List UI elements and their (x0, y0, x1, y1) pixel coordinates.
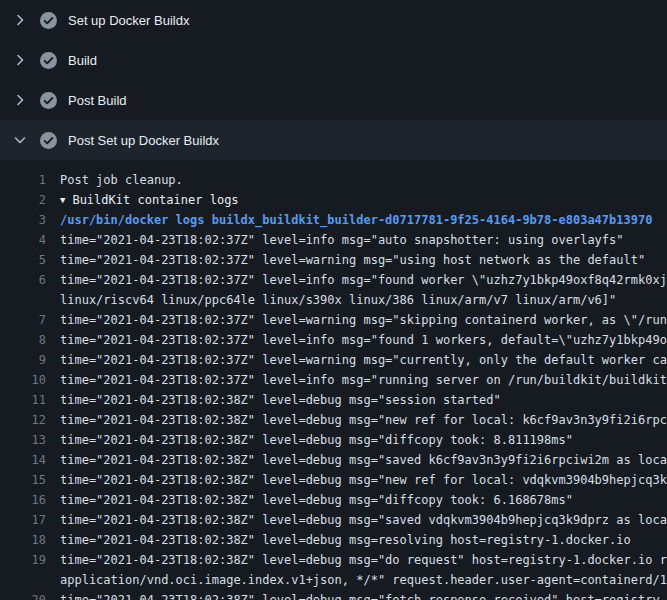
log-line-text: time="2021-04-23T18:02:38Z" level=debug … (46, 450, 667, 470)
step-header-build[interactable]: Build (0, 40, 667, 80)
log-line: 12time="2021-04-23T18:02:38Z" level=debu… (0, 410, 667, 430)
log-line-number[interactable]: 12 (0, 410, 46, 430)
log-line-number[interactable]: 4 (0, 230, 46, 250)
log-line: 19time="2021-04-23T18:02:38Z" level=debu… (0, 550, 667, 570)
step-label: Post Set up Docker Buildx (68, 133, 219, 148)
log-line-text: Post job cleanup. (46, 170, 183, 190)
log-line-number[interactable]: 7 (0, 310, 46, 330)
log-line-number[interactable]: 9 (0, 350, 46, 370)
log-line-text: time="2021-04-23T18:02:38Z" level=debug … (46, 510, 667, 530)
log-line-text: time="2021-04-23T18:02:38Z" level=debug … (46, 430, 573, 450)
log-line-number (0, 290, 46, 310)
log-line: 8time="2021-04-23T18:02:37Z" level=info … (0, 330, 667, 350)
log-line: 6time="2021-04-23T18:02:37Z" level=info … (0, 270, 667, 290)
log-line: 16time="2021-04-23T18:02:38Z" level=debu… (0, 490, 667, 510)
log-line-number[interactable]: 10 (0, 370, 46, 390)
log-line-number[interactable]: 11 (0, 390, 46, 410)
log-line: 1Post job cleanup. (0, 170, 667, 190)
chevron-right-icon (12, 52, 28, 68)
log-line-number[interactable]: 15 (0, 470, 46, 490)
log-line: 9time="2021-04-23T18:02:37Z" level=warni… (0, 350, 667, 370)
check-circle-icon (40, 92, 57, 109)
log-line-text: time="2021-04-23T18:02:38Z" level=debug … (46, 490, 573, 510)
log-line-text: time="2021-04-23T18:02:38Z" level=debug … (46, 590, 667, 600)
check-circle-icon (40, 52, 57, 69)
chevron-right-icon (12, 12, 28, 28)
log-line-number[interactable]: 19 (0, 550, 46, 570)
log-line: 14time="2021-04-23T18:02:38Z" level=debu… (0, 450, 667, 470)
log-line-number[interactable]: 16 (0, 490, 46, 510)
log-line: 18time="2021-04-23T18:02:38Z" level=debu… (0, 530, 667, 550)
group-toggle-icon[interactable]: ▼ (60, 190, 65, 210)
log-line-text: time="2021-04-23T18:02:37Z" level=warnin… (46, 250, 645, 270)
log-line-text: ▼BuildKit container logs (46, 190, 239, 210)
log-line-number[interactable]: 13 (0, 430, 46, 450)
log-line-text: time="2021-04-23T18:02:37Z" level=info m… (46, 270, 667, 290)
check-circle-icon (40, 12, 57, 29)
log-line: 3/usr/bin/docker logs buildx_buildkit_bu… (0, 210, 667, 230)
log-line-number[interactable]: 17 (0, 510, 46, 530)
log-line: 13time="2021-04-23T18:02:38Z" level=debu… (0, 430, 667, 450)
log-line-number[interactable]: 5 (0, 250, 46, 270)
log-line-text: time="2021-04-23T18:02:38Z" level=debug … (46, 390, 501, 410)
log-line: 15time="2021-04-23T18:02:38Z" level=debu… (0, 470, 667, 490)
log-line: 5time="2021-04-23T18:02:37Z" level=warni… (0, 250, 667, 270)
log-line-number[interactable]: 2 (0, 190, 46, 210)
log-line: 7time="2021-04-23T18:02:37Z" level=warni… (0, 310, 667, 330)
step-label: Build (68, 53, 97, 68)
log-line-number[interactable]: 20 (0, 590, 46, 600)
log-line-text: time="2021-04-23T18:02:37Z" level=info m… (46, 370, 667, 390)
log-line: linux/riscv64 linux/ppc64le linux/s390x … (0, 290, 667, 310)
log-line-text: application/vnd.oci.image.index.v1+json,… (46, 570, 667, 590)
log-command-text: /usr/bin/docker logs buildx_buildkit_bui… (46, 210, 652, 230)
log-line-number[interactable]: 6 (0, 270, 46, 290)
log-line: 11time="2021-04-23T18:02:38Z" level=debu… (0, 390, 667, 410)
chevron-right-icon (12, 92, 28, 108)
log-line: 2▼BuildKit container logs (0, 190, 667, 210)
log-line-text: linux/riscv64 linux/ppc64le linux/s390x … (46, 290, 616, 310)
step-label: Post Build (68, 93, 127, 108)
log-line-number[interactable]: 3 (0, 210, 46, 230)
check-circle-icon (40, 132, 57, 149)
log-line-number[interactable]: 14 (0, 450, 46, 470)
log-line: 10time="2021-04-23T18:02:37Z" level=info… (0, 370, 667, 390)
log-line-text: time="2021-04-23T18:02:37Z" level=info m… (46, 330, 667, 350)
log-line: application/vnd.oci.image.index.v1+json,… (0, 570, 667, 590)
log-line-text: time="2021-04-23T18:02:38Z" level=debug … (46, 410, 667, 430)
steps-list: Set up Docker Buildx Build Post Build Po… (0, 0, 667, 160)
log-line-number (0, 570, 46, 590)
log-line-text: time="2021-04-23T18:02:38Z" level=debug … (46, 530, 631, 550)
log-line-text: time="2021-04-23T18:02:38Z" level=debug … (46, 550, 667, 570)
log-line: 4time="2021-04-23T18:02:37Z" level=info … (0, 230, 667, 250)
log-line-number[interactable]: 8 (0, 330, 46, 350)
log-line-text: time="2021-04-23T18:02:37Z" level=info m… (46, 230, 624, 250)
log-line: 17time="2021-04-23T18:02:38Z" level=debu… (0, 510, 667, 530)
chevron-down-icon (12, 132, 28, 148)
step-header-post-set-up-docker-buildx[interactable]: Post Set up Docker Buildx (0, 120, 667, 160)
log-container[interactable]: 1Post job cleanup.2▼BuildKit container l… (0, 160, 667, 600)
log-line: 20time="2021-04-23T18:02:38Z" level=debu… (0, 590, 667, 600)
log-line-text: time="2021-04-23T18:02:38Z" level=debug … (46, 470, 667, 490)
step-header-post-build[interactable]: Post Build (0, 80, 667, 120)
step-label: Set up Docker Buildx (68, 13, 189, 28)
log-line-number[interactable]: 18 (0, 530, 46, 550)
log-line-text: time="2021-04-23T18:02:37Z" level=warnin… (46, 350, 667, 370)
step-header-set-up-docker-buildx[interactable]: Set up Docker Buildx (0, 0, 667, 40)
log-line-number[interactable]: 1 (0, 170, 46, 190)
log-line-text: time="2021-04-23T18:02:37Z" level=warnin… (46, 310, 667, 330)
